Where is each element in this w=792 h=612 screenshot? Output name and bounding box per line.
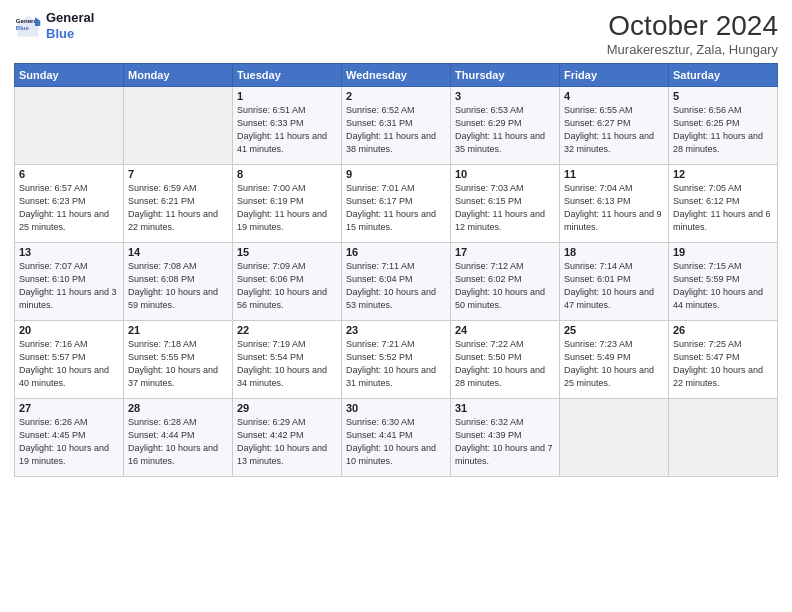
month-title: October 2024 — [607, 10, 778, 42]
calendar-week-row: 27Sunrise: 6:26 AM Sunset: 4:45 PM Dayli… — [15, 399, 778, 477]
calendar-cell: 9Sunrise: 7:01 AM Sunset: 6:17 PM Daylig… — [342, 165, 451, 243]
calendar-cell — [124, 87, 233, 165]
day-number: 18 — [564, 246, 664, 258]
day-detail: Sunrise: 6:29 AM Sunset: 4:42 PM Dayligh… — [237, 416, 337, 468]
day-number: 2 — [346, 90, 446, 102]
calendar-cell — [560, 399, 669, 477]
calendar-body: 1Sunrise: 6:51 AM Sunset: 6:33 PM Daylig… — [15, 87, 778, 477]
calendar-cell — [669, 399, 778, 477]
calendar-week-row: 1Sunrise: 6:51 AM Sunset: 6:33 PM Daylig… — [15, 87, 778, 165]
weekday-header: Thursday — [451, 64, 560, 87]
day-detail: Sunrise: 6:28 AM Sunset: 4:44 PM Dayligh… — [128, 416, 228, 468]
weekday-header: Monday — [124, 64, 233, 87]
day-number: 19 — [673, 246, 773, 258]
calendar-cell: 19Sunrise: 7:15 AM Sunset: 5:59 PM Dayli… — [669, 243, 778, 321]
svg-text:Blue: Blue — [16, 24, 30, 31]
day-detail: Sunrise: 6:55 AM Sunset: 6:27 PM Dayligh… — [564, 104, 664, 156]
day-number: 14 — [128, 246, 228, 258]
day-number: 5 — [673, 90, 773, 102]
calendar-cell: 17Sunrise: 7:12 AM Sunset: 6:02 PM Dayli… — [451, 243, 560, 321]
day-detail: Sunrise: 7:05 AM Sunset: 6:12 PM Dayligh… — [673, 182, 773, 234]
title-block: October 2024 Murakeresztur, Zala, Hungar… — [607, 10, 778, 57]
day-detail: Sunrise: 7:23 AM Sunset: 5:49 PM Dayligh… — [564, 338, 664, 390]
logo-text: General Blue — [46, 10, 94, 41]
day-detail: Sunrise: 7:07 AM Sunset: 6:10 PM Dayligh… — [19, 260, 119, 312]
calendar-cell: 3Sunrise: 6:53 AM Sunset: 6:29 PM Daylig… — [451, 87, 560, 165]
calendar-cell: 20Sunrise: 7:16 AM Sunset: 5:57 PM Dayli… — [15, 321, 124, 399]
day-detail: Sunrise: 7:15 AM Sunset: 5:59 PM Dayligh… — [673, 260, 773, 312]
day-number: 16 — [346, 246, 446, 258]
calendar-cell: 2Sunrise: 6:52 AM Sunset: 6:31 PM Daylig… — [342, 87, 451, 165]
calendar-cell: 22Sunrise: 7:19 AM Sunset: 5:54 PM Dayli… — [233, 321, 342, 399]
day-detail: Sunrise: 7:12 AM Sunset: 6:02 PM Dayligh… — [455, 260, 555, 312]
day-detail: Sunrise: 7:25 AM Sunset: 5:47 PM Dayligh… — [673, 338, 773, 390]
day-number: 31 — [455, 402, 555, 414]
weekday-header: Friday — [560, 64, 669, 87]
calendar-cell: 4Sunrise: 6:55 AM Sunset: 6:27 PM Daylig… — [560, 87, 669, 165]
day-detail: Sunrise: 7:03 AM Sunset: 6:15 PM Dayligh… — [455, 182, 555, 234]
calendar-cell: 15Sunrise: 7:09 AM Sunset: 6:06 PM Dayli… — [233, 243, 342, 321]
day-detail: Sunrise: 7:01 AM Sunset: 6:17 PM Dayligh… — [346, 182, 446, 234]
day-detail: Sunrise: 6:32 AM Sunset: 4:39 PM Dayligh… — [455, 416, 555, 468]
day-number: 1 — [237, 90, 337, 102]
calendar-cell: 14Sunrise: 7:08 AM Sunset: 6:08 PM Dayli… — [124, 243, 233, 321]
calendar-header-row: SundayMondayTuesdayWednesdayThursdayFrid… — [15, 64, 778, 87]
calendar-cell: 12Sunrise: 7:05 AM Sunset: 6:12 PM Dayli… — [669, 165, 778, 243]
day-detail: Sunrise: 7:08 AM Sunset: 6:08 PM Dayligh… — [128, 260, 228, 312]
day-number: 22 — [237, 324, 337, 336]
calendar-cell: 6Sunrise: 6:57 AM Sunset: 6:23 PM Daylig… — [15, 165, 124, 243]
calendar-cell — [15, 87, 124, 165]
calendar-cell: 24Sunrise: 7:22 AM Sunset: 5:50 PM Dayli… — [451, 321, 560, 399]
day-detail: Sunrise: 7:04 AM Sunset: 6:13 PM Dayligh… — [564, 182, 664, 234]
day-detail: Sunrise: 7:18 AM Sunset: 5:55 PM Dayligh… — [128, 338, 228, 390]
calendar-week-row: 13Sunrise: 7:07 AM Sunset: 6:10 PM Dayli… — [15, 243, 778, 321]
calendar-cell: 27Sunrise: 6:26 AM Sunset: 4:45 PM Dayli… — [15, 399, 124, 477]
logo: General Blue General Blue — [14, 10, 94, 41]
day-detail: Sunrise: 6:57 AM Sunset: 6:23 PM Dayligh… — [19, 182, 119, 234]
day-detail: Sunrise: 7:11 AM Sunset: 6:04 PM Dayligh… — [346, 260, 446, 312]
logo-icon: General Blue — [14, 12, 42, 40]
weekday-header: Tuesday — [233, 64, 342, 87]
day-detail: Sunrise: 7:14 AM Sunset: 6:01 PM Dayligh… — [564, 260, 664, 312]
day-number: 21 — [128, 324, 228, 336]
day-number: 28 — [128, 402, 228, 414]
calendar-week-row: 20Sunrise: 7:16 AM Sunset: 5:57 PM Dayli… — [15, 321, 778, 399]
day-number: 4 — [564, 90, 664, 102]
calendar-cell: 11Sunrise: 7:04 AM Sunset: 6:13 PM Dayli… — [560, 165, 669, 243]
day-number: 9 — [346, 168, 446, 180]
weekday-header: Saturday — [669, 64, 778, 87]
calendar-cell: 10Sunrise: 7:03 AM Sunset: 6:15 PM Dayli… — [451, 165, 560, 243]
calendar-cell: 28Sunrise: 6:28 AM Sunset: 4:44 PM Dayli… — [124, 399, 233, 477]
calendar-cell: 31Sunrise: 6:32 AM Sunset: 4:39 PM Dayli… — [451, 399, 560, 477]
day-number: 27 — [19, 402, 119, 414]
day-number: 13 — [19, 246, 119, 258]
weekday-header: Sunday — [15, 64, 124, 87]
day-number: 30 — [346, 402, 446, 414]
day-number: 20 — [19, 324, 119, 336]
calendar-table: SundayMondayTuesdayWednesdayThursdayFrid… — [14, 63, 778, 477]
calendar-cell: 29Sunrise: 6:29 AM Sunset: 4:42 PM Dayli… — [233, 399, 342, 477]
day-detail: Sunrise: 6:56 AM Sunset: 6:25 PM Dayligh… — [673, 104, 773, 156]
day-detail: Sunrise: 7:21 AM Sunset: 5:52 PM Dayligh… — [346, 338, 446, 390]
day-number: 8 — [237, 168, 337, 180]
calendar-cell: 7Sunrise: 6:59 AM Sunset: 6:21 PM Daylig… — [124, 165, 233, 243]
calendar-cell: 30Sunrise: 6:30 AM Sunset: 4:41 PM Dayli… — [342, 399, 451, 477]
day-number: 11 — [564, 168, 664, 180]
day-detail: Sunrise: 7:09 AM Sunset: 6:06 PM Dayligh… — [237, 260, 337, 312]
day-detail: Sunrise: 6:51 AM Sunset: 6:33 PM Dayligh… — [237, 104, 337, 156]
calendar-cell: 8Sunrise: 7:00 AM Sunset: 6:19 PM Daylig… — [233, 165, 342, 243]
calendar-cell: 5Sunrise: 6:56 AM Sunset: 6:25 PM Daylig… — [669, 87, 778, 165]
day-number: 26 — [673, 324, 773, 336]
day-number: 25 — [564, 324, 664, 336]
calendar-cell: 26Sunrise: 7:25 AM Sunset: 5:47 PM Dayli… — [669, 321, 778, 399]
day-number: 23 — [346, 324, 446, 336]
weekday-header: Wednesday — [342, 64, 451, 87]
day-number: 12 — [673, 168, 773, 180]
day-detail: Sunrise: 6:30 AM Sunset: 4:41 PM Dayligh… — [346, 416, 446, 468]
day-detail: Sunrise: 7:16 AM Sunset: 5:57 PM Dayligh… — [19, 338, 119, 390]
calendar-cell: 16Sunrise: 7:11 AM Sunset: 6:04 PM Dayli… — [342, 243, 451, 321]
calendar-cell: 25Sunrise: 7:23 AM Sunset: 5:49 PM Dayli… — [560, 321, 669, 399]
calendar-cell: 13Sunrise: 7:07 AM Sunset: 6:10 PM Dayli… — [15, 243, 124, 321]
calendar-cell: 21Sunrise: 7:18 AM Sunset: 5:55 PM Dayli… — [124, 321, 233, 399]
calendar-cell: 1Sunrise: 6:51 AM Sunset: 6:33 PM Daylig… — [233, 87, 342, 165]
